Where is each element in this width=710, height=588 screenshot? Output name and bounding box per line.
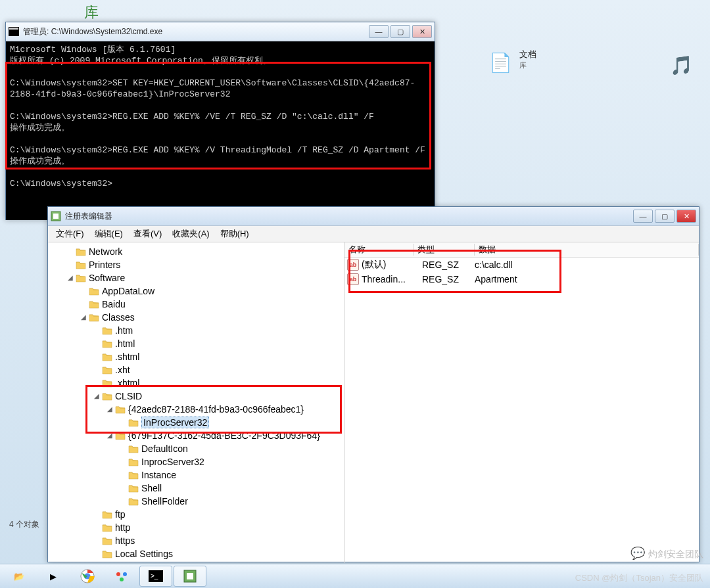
taskbar-baidu[interactable] [105, 566, 138, 587]
value-name: (默认) [362, 259, 422, 271]
taskbar-regedit[interactable] [174, 566, 206, 587]
tree-node[interactable]: Shell [49, 482, 344, 495]
col-data[interactable]: 数据 [475, 244, 699, 256]
cmd-output[interactable]: Microsoft Windows [版本 6.1.7601] 版权所有 (c)… [6, 41, 435, 220]
string-value-icon: ab [347, 259, 359, 271]
tree-node[interactable]: InProcServer32 [49, 416, 344, 429]
tree-label: InprocServer32 [141, 455, 204, 468]
svg-rect-3 [53, 214, 59, 219]
tree-node[interactable]: ShellFolder [49, 495, 344, 508]
tree-node[interactable]: .html [49, 337, 344, 350]
taskbar-media[interactable]: ▶ [37, 566, 70, 587]
svg-point-6 [116, 572, 120, 576]
tree-node[interactable]: http [49, 521, 344, 534]
tree-node[interactable]: ◢Classes [49, 311, 344, 324]
taskbar-explorer[interactable]: 📂 [3, 566, 36, 587]
menu-item[interactable]: 查看(V) [128, 227, 167, 241]
value-data: Apartment [475, 274, 699, 284]
cmd-icon [9, 26, 19, 37]
minimize-button[interactable]: — [369, 25, 389, 38]
cmd-titlebar[interactable]: 管理员: C:\Windows\System32\cmd.exe — ▢ ✕ [6, 22, 435, 41]
value-type: REG_SZ [422, 274, 475, 284]
close-button[interactable]: ✕ [412, 25, 432, 38]
svg-rect-12 [187, 573, 193, 579]
library-heading: 库 [84, 3, 99, 22]
svg-point-7 [123, 572, 127, 576]
col-type[interactable]: 类型 [414, 244, 475, 256]
status-text: 4 个对象 [9, 519, 39, 530]
svg-point-8 [120, 577, 124, 581]
tree-node[interactable]: ◢{42aedc87-2188-41fd-b9a3-0c966feabec1} [49, 403, 344, 416]
tree-label: .shtml [115, 350, 139, 363]
value-row[interactable]: ab(默认)REG_SZc:\calc.dll [344, 258, 699, 272]
tree-label: InProcServer32 [141, 416, 209, 429]
tree-label: Local Settings [115, 547, 173, 560]
maximize-button[interactable]: ▢ [655, 210, 674, 223]
tree-label: AppDataLow [102, 284, 154, 298]
tree-node[interactable]: .shtml [49, 350, 344, 363]
tree-label: ShellFolder [141, 495, 188, 508]
tree-node[interactable]: .xhtml [49, 376, 344, 390]
registry-values-pane[interactable]: 名称 类型 数据 ab(默认)REG_SZc:\calc.dllabThread… [344, 242, 699, 563]
doc-label: 文档 [519, 49, 536, 60]
regedit-titlebar[interactable]: 注册表编辑器 — ▢ ✕ [48, 207, 699, 226]
value-name: Threadin... [362, 274, 422, 284]
tree-node[interactable]: .htm [49, 324, 344, 337]
value-row[interactable]: abThreadin...REG_SZApartment [344, 272, 699, 286]
taskbar: 📂 ▶ >_ [0, 564, 710, 588]
tree-label: ftp [115, 508, 126, 521]
menu-item[interactable]: 帮助(H) [215, 227, 254, 241]
tree-label: {679F137C-3162-45da-BE3C-2F9C3D093F64} [128, 429, 320, 442]
tree-label: Software [89, 271, 125, 284]
tree-label: .xht [115, 363, 130, 376]
taskbar-cmd[interactable]: >_ [139, 566, 172, 587]
menu-item[interactable]: 编辑(E) [89, 227, 128, 241]
values-header[interactable]: 名称 类型 数据 [344, 242, 699, 258]
tree-label: Classes [102, 311, 135, 324]
tree-node[interactable]: ◢Software [49, 271, 344, 284]
col-name[interactable]: 名称 [344, 244, 414, 256]
svg-rect-1 [9, 28, 18, 30]
maximize-button[interactable]: ▢ [390, 25, 410, 38]
tree-node[interactable]: ◢{679F137C-3162-45da-BE3C-2F9C3D093F64} [49, 429, 344, 442]
tree-node[interactable]: Network [49, 245, 344, 258]
registry-tree[interactable]: NetworkPrinters◢SoftwareAppDataLowBaidu◢… [48, 242, 344, 563]
taskbar-chrome[interactable] [71, 566, 104, 587]
tree-node[interactable]: InprocServer32 [49, 455, 344, 468]
tree-label: CLSID [115, 390, 142, 403]
tree-label: .htm [115, 324, 133, 337]
tree-node[interactable]: AppDataLow [49, 284, 344, 298]
desktop-icon-music[interactable]: 🎵 [655, 51, 707, 79]
tree-node[interactable]: Instance [49, 468, 344, 482]
tree-label: Instance [141, 468, 176, 482]
tree-label: https [115, 534, 135, 547]
regedit-window: 注册表编辑器 — ▢ ✕ 文件(F)编辑(E)查看(V)收藏夹(A)帮助(H) … [47, 206, 699, 562]
tree-label: Shell [141, 482, 162, 495]
menu-item[interactable]: 文件(F) [51, 227, 89, 241]
music-icon: 🎵 [667, 51, 695, 79]
tree-label: Network [89, 245, 122, 258]
documents-icon: 📄 [486, 49, 514, 76]
tree-label: {42aedc87-2188-41fd-b9a3-0c966feabec1} [128, 403, 304, 416]
tree-node[interactable]: ◢CLSID [49, 390, 344, 403]
cmd-title: 管理员: C:\Windows\System32\cmd.exe [23, 26, 369, 37]
desktop-icon-documents[interactable]: 📄 文档 库 [486, 49, 539, 76]
tree-node[interactable]: Local Settings [49, 547, 344, 560]
tree-node[interactable]: .xht [49, 363, 344, 376]
doc-sublabel: 库 [519, 60, 536, 70]
tree-label: .xhtml [115, 376, 139, 390]
close-button[interactable]: ✕ [676, 210, 696, 223]
menu-item[interactable]: 收藏夹(A) [167, 227, 214, 241]
string-value-icon: ab [347, 273, 359, 285]
tree-node[interactable]: Baidu [49, 298, 344, 311]
tree-label: Baidu [102, 298, 126, 311]
minimize-button[interactable]: — [633, 210, 653, 223]
tree-label: Printers [89, 258, 120, 271]
regedit-icon [51, 211, 61, 221]
cmd-window: 管理员: C:\Windows\System32\cmd.exe — ▢ ✕ M… [5, 22, 435, 220]
tree-node[interactable]: ftp [49, 508, 344, 521]
tree-label: DefaultIcon [141, 442, 188, 455]
tree-node[interactable]: DefaultIcon [49, 442, 344, 455]
tree-node[interactable]: https [49, 534, 344, 547]
tree-node[interactable]: Printers [49, 258, 344, 271]
